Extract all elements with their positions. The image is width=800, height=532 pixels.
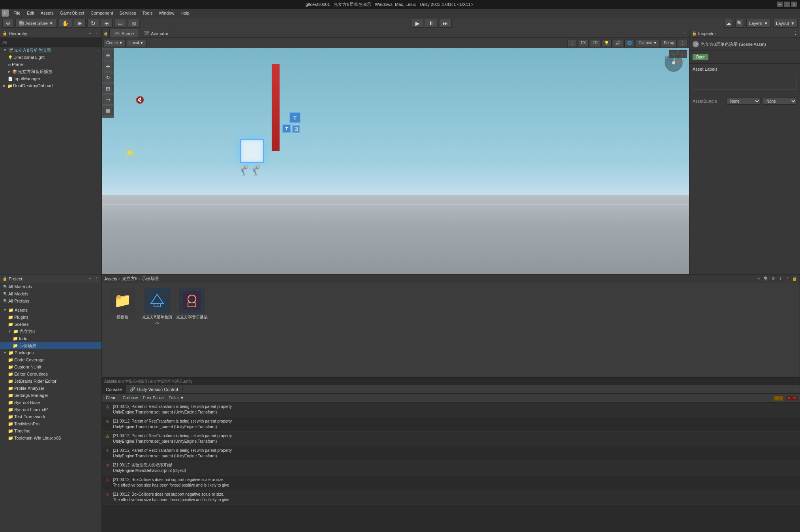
- gizmo-multi[interactable]: ⊠: [103, 106, 113, 115]
- menu-edit[interactable]: Edit: [24, 10, 38, 16]
- breadcrumb-examples[interactable]: 示例场景: [142, 276, 159, 282]
- lighting-btn[interactable]: 💡: [601, 39, 612, 47]
- project-toolchain[interactable]: 📁 Toolchain Win Linux x86: [0, 434, 101, 442]
- project-custom-nunit[interactable]: 📁 Custom NUnit: [0, 363, 101, 370]
- pause-button[interactable]: ⏸: [425, 19, 438, 28]
- hierarchy-item-input[interactable]: 📄 InputManager: [0, 75, 101, 82]
- clear-button[interactable]: Clear: [104, 396, 117, 400]
- project-search-all-materials[interactable]: 🔍 All Materials: [0, 283, 101, 290]
- tool-transform[interactable]: ⊠: [128, 19, 140, 28]
- project-search-all-models[interactable]: 🔍 All Models: [0, 290, 101, 297]
- gizmo-rect[interactable]: ▭: [103, 95, 113, 104]
- persp-btn[interactable]: Persp: [661, 39, 677, 47]
- hierarchy-search-input[interactable]: [0, 38, 101, 47]
- project-plugins[interactable]: 📁 Plugins: [0, 314, 101, 321]
- menu-services[interactable]: Services: [116, 10, 139, 16]
- tool-move[interactable]: ⊕: [74, 19, 86, 28]
- project-assets-root[interactable]: ▼ 📁 Assets: [0, 306, 101, 314]
- glowing-cube[interactable]: [240, 139, 264, 163]
- breadcrumb-cube8[interactable]: 光立方8: [122, 276, 137, 282]
- scene-settings-btn1[interactable]: ⋮: [669, 50, 678, 58]
- project-scenes[interactable]: 📁 Scenes: [0, 321, 101, 328]
- console-entry-5[interactable]: ⚠ [21:00:12] BoxColliders does not suppo…: [102, 476, 800, 490]
- maximize-button[interactable]: □: [784, 2, 790, 7]
- toolbar-gizmos[interactable]: ⊕: [2, 19, 14, 28]
- hierarchy-menu-icon[interactable]: ⋮: [94, 31, 99, 36]
- tool-scale[interactable]: ⊞: [101, 19, 113, 28]
- tab-console[interactable]: Console: [102, 385, 126, 393]
- console-entry-1[interactable]: ⚠ [21:00:12] Parent of RectTransform is …: [102, 417, 800, 432]
- project-menu-icon[interactable]: ⋮: [94, 276, 99, 282]
- hierarchy-item-scene[interactable]: ▼ 🎬 光立方8层单色演示 ⋮: [0, 47, 101, 54]
- asset-bundle-select[interactable]: None: [727, 98, 761, 105]
- editor-dropdown[interactable]: Editor ▼: [167, 396, 186, 400]
- audio-btn[interactable]: 🔊: [613, 39, 623, 47]
- hierarchy-item-cube[interactable]: ▶ 📦 光立方和音乐播放: [0, 68, 101, 75]
- tab-animator[interactable]: 🎬 Animator: [139, 29, 173, 38]
- project-cube8[interactable]: ▼ 📁 光立方8: [0, 328, 101, 335]
- scene-viewport[interactable]: ⊕ ✛ ↻ ⊞ ▭ ⊠ 🔇 ☀: [102, 48, 689, 274]
- project-textmeshpro[interactable]: 📁 TextMeshPro: [0, 420, 101, 427]
- project-packages-root[interactable]: ▼ 📁 Packages: [0, 349, 101, 356]
- gizmo-move[interactable]: ✛: [103, 62, 113, 71]
- more-btn[interactable]: ⋮: [678, 39, 687, 47]
- asset-store-btn[interactable]: 🏬 Asset Store ▼: [15, 19, 57, 28]
- tab-scene[interactable]: 🎮 Scene: [110, 29, 139, 38]
- tool-hand[interactable]: ✋: [58, 19, 72, 28]
- gizmo-select[interactable]: ⊕: [103, 51, 113, 60]
- tool-rotate[interactable]: ↻: [87, 19, 99, 28]
- inspector-menu-icon[interactable]: ⋮: [793, 31, 798, 36]
- console-entry-4[interactable]: ✕ [21:00:12] 实验室无人机程序开始!UnityEngine.Mono…: [102, 461, 800, 476]
- gizmo-scale[interactable]: ⊞: [103, 84, 113, 93]
- project-examples[interactable]: 📁 示例场景: [0, 342, 101, 349]
- hierarchy-item-plane[interactable]: ▱ Plane: [0, 61, 101, 68]
- project-sysroot-base[interactable]: 📁 Sysroot Base: [0, 399, 101, 406]
- skybox-btn[interactable]: 🌐: [624, 39, 635, 47]
- menu-window[interactable]: Window: [156, 10, 177, 16]
- project-code-coverage[interactable]: 📁 Code Coverage: [0, 356, 101, 363]
- asset-bundle-select2[interactable]: None: [763, 98, 797, 105]
- project-test-framework[interactable]: 📁 Test Framework: [0, 413, 101, 420]
- layout-dropdown[interactable]: Layout ▼: [773, 19, 798, 28]
- console-entry-3[interactable]: ⚠ [21:00:12] Parent of RectTransform is …: [102, 446, 800, 461]
- local-global-btn[interactable]: Local ▼: [127, 39, 146, 47]
- project-plus-icon[interactable]: +: [87, 276, 93, 282]
- asset-labels-area[interactable]: [693, 74, 797, 90]
- project-profile-analyzer[interactable]: 📁 Profile Analyzer: [0, 385, 101, 392]
- gizmos-btn[interactable]: Gizmos ▼: [636, 39, 660, 47]
- menu-tools[interactable]: Tools: [139, 10, 156, 16]
- project-editor-coroutines[interactable]: 📁 Editor Coroutines: [0, 370, 101, 378]
- assets-lock-icon[interactable]: 🔒: [792, 276, 797, 282]
- layers-dropdown[interactable]: Layers ▼: [746, 19, 771, 28]
- console-entry-2[interactable]: ⚠ [21:00:12] Parent of RectTransform is …: [102, 432, 800, 446]
- fx-btn[interactable]: FX: [578, 39, 589, 47]
- project-sysroot-linux[interactable]: 📁 Sysroot Linux x64: [0, 406, 101, 413]
- error-pause-button[interactable]: Error Pause: [141, 396, 165, 400]
- console-entry-6[interactable]: ⚠ [21:00:12] BoxColliders does not suppo…: [102, 490, 800, 505]
- project-todo[interactable]: 📁 todo: [0, 335, 101, 342]
- scene-panel-menu-icon[interactable]: ⋮: [682, 31, 687, 36]
- gizmo-rotate[interactable]: ↻: [103, 73, 113, 82]
- console-menu-icon[interactable]: ⋮: [793, 387, 798, 392]
- asset-item-scene2[interactable]: 光立方和音乐播放: [176, 288, 208, 372]
- search-icon[interactable]: 🔍: [735, 19, 744, 28]
- cloud-icon[interactable]: ☁: [724, 19, 733, 28]
- close-button[interactable]: ✕: [791, 2, 797, 7]
- menu-file[interactable]: File: [10, 10, 24, 16]
- asset-item-folder[interactable]: 📁 模板包: [107, 288, 138, 372]
- hierarchy-scene-menu[interactable]: ⋮: [96, 47, 101, 53]
- hierarchy-plus-icon[interactable]: +: [87, 31, 93, 36]
- inspector-open-button[interactable]: Open: [693, 54, 708, 60]
- assets-view-icon[interactable]: ⋮: [785, 276, 790, 282]
- asset-item-scene1[interactable]: 光立方8层单色演示: [141, 288, 173, 372]
- project-search-all-prefabs[interactable]: 🔍 All Prefabs: [0, 297, 101, 305]
- 2d-btn[interactable]: 2D: [590, 39, 601, 47]
- tool-rect[interactable]: ▭: [114, 19, 126, 28]
- play-button[interactable]: ▶: [412, 19, 423, 28]
- assets-info-icon[interactable]: ℹ: [777, 276, 783, 282]
- project-jetbrains[interactable]: 📁 JetBrains Rider Editor: [0, 378, 101, 385]
- menu-gameobject[interactable]: GameObject: [57, 10, 88, 16]
- breadcrumb-assets[interactable]: Assets: [104, 276, 117, 281]
- tab-version-control[interactable]: 🔗 Unity Version Control: [126, 385, 182, 393]
- collapse-button[interactable]: Collapse: [121, 396, 140, 400]
